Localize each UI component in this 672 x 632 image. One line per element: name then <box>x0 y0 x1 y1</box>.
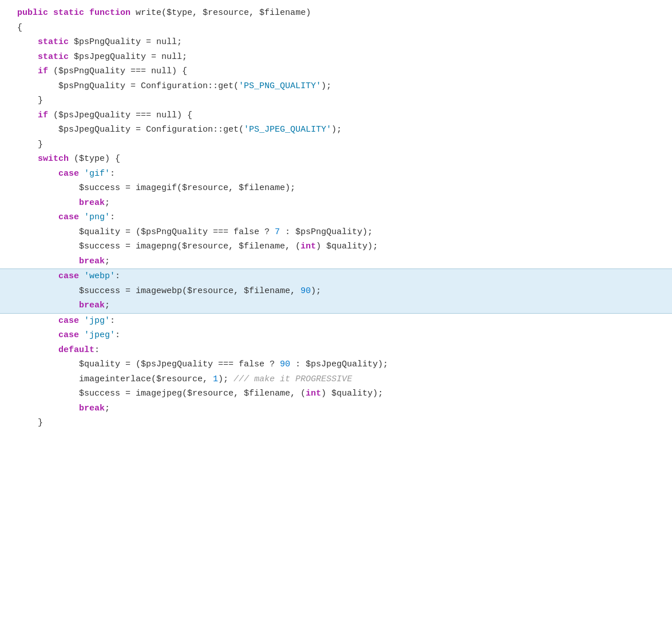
code-token: write($type, $resource, $filename) <box>131 8 311 18</box>
code-token <box>17 198 79 208</box>
code-line: $psPngQuality = Configuration::get('PS_P… <box>0 79 672 94</box>
code-token <box>17 212 58 222</box>
code-line: break; <box>0 196 672 211</box>
code-token: 7 <box>275 227 280 237</box>
code-token: break <box>79 198 105 208</box>
code-token: break <box>79 404 105 413</box>
code-token <box>79 316 84 326</box>
code-token: ($psJpegQuality === null) { <box>48 110 192 120</box>
code-token: $psPngQuality = Configuration::get( <box>17 81 239 91</box>
code-token: function <box>89 8 131 18</box>
code-token: break <box>79 301 105 310</box>
code-token: 'gif' <box>84 169 110 179</box>
code-token: } <box>17 140 43 149</box>
code-token: static <box>38 37 69 47</box>
code-token: 'png' <box>84 212 110 222</box>
code-token <box>17 271 58 281</box>
code-token: ; <box>105 301 110 310</box>
code-line: case 'jpeg': <box>0 328 672 343</box>
code-line: } <box>0 137 672 152</box>
code-line: static $psJpegQuality = null; <box>0 50 672 65</box>
code-line: static $psPngQuality = null; <box>0 35 672 50</box>
code-token <box>17 404 79 413</box>
code-token: $success = imagejpeg($resource, $filenam… <box>17 389 306 398</box>
code-token <box>79 212 84 222</box>
code-token: ; <box>105 256 110 266</box>
code-token: case <box>58 330 79 340</box>
code-token: ) $quality); <box>316 242 378 251</box>
code-token <box>17 301 79 310</box>
code-token: $psPngQuality = null; <box>69 37 182 47</box>
code-line: } <box>0 416 672 430</box>
code-container: public static function write($type, $res… <box>0 0 672 632</box>
code-line: break; <box>0 401 672 416</box>
code-token <box>17 316 58 326</box>
code-line: case 'webp': <box>0 269 672 284</box>
code-token: ); <box>321 81 331 91</box>
code-token: if <box>38 66 48 76</box>
code-token: public <box>17 8 48 18</box>
code-token: int <box>306 389 321 398</box>
code-token: case <box>58 271 79 281</box>
code-token <box>17 169 58 179</box>
code-line: $quality = ($psJpegQuality === false ? 9… <box>0 357 672 372</box>
code-token <box>17 66 38 76</box>
code-token: : $psJpegQuality); <box>290 360 388 369</box>
code-line: case 'jpg': <box>0 314 672 329</box>
code-token: case <box>58 212 79 222</box>
code-token: ); <box>311 286 321 296</box>
code-token: $psJpegQuality = Configuration::get( <box>17 125 244 135</box>
code-token: 90 <box>280 360 290 369</box>
code-line: if ($psJpegQuality === null) { <box>0 108 672 123</box>
code-token <box>17 345 58 355</box>
code-token: : <box>115 271 120 281</box>
code-token: default <box>58 345 94 355</box>
code-token <box>79 169 84 179</box>
code-token: case <box>58 169 79 179</box>
code-token: ); <box>218 374 234 384</box>
code-token: static <box>53 8 84 18</box>
code-token <box>84 8 89 18</box>
code-token: ) $quality); <box>321 389 383 398</box>
code-token: ($psPngQuality === null) { <box>48 66 187 76</box>
code-token <box>17 37 38 47</box>
code-token <box>79 271 84 281</box>
code-line: default: <box>0 343 672 358</box>
code-token: 'jpeg' <box>84 330 115 340</box>
code-token: : <box>115 330 120 340</box>
code-token: : $psPngQuality); <box>280 227 373 237</box>
code-line: $psJpegQuality = Configuration::get('PS_… <box>0 123 672 137</box>
code-token: 'jpg' <box>84 316 110 326</box>
code-token: $success = imagegif($resource, $filename… <box>17 183 295 193</box>
code-line: } <box>0 93 672 108</box>
code-line: imageinterlace($resource, 1); /// make i… <box>0 372 672 387</box>
code-line: if ($psPngQuality === null) { <box>0 64 672 79</box>
code-line: switch ($type) { <box>0 152 672 167</box>
code-token: break <box>79 256 105 266</box>
code-token <box>79 330 84 340</box>
code-token: /// make it PROGRESSIVE <box>234 374 352 384</box>
code-token: $success = imagewebp($resource, $filenam… <box>17 286 301 296</box>
code-token: $quality = ($psJpegQuality === false ? <box>17 360 280 369</box>
code-token: static <box>38 52 69 62</box>
code-token: 1 <box>213 374 218 384</box>
code-token: 90 <box>301 286 311 296</box>
code-token: ; <box>105 404 110 413</box>
code-token <box>48 8 53 18</box>
code-token: : <box>110 169 115 179</box>
code-line: public static function write($type, $res… <box>0 6 672 21</box>
code-line: $success = imagewebp($resource, $filenam… <box>0 284 672 299</box>
code-token <box>17 330 58 340</box>
code-line: $success = imagepng($resource, $filename… <box>0 239 672 254</box>
code-token: $quality = ($psPngQuality === false ? <box>17 227 275 237</box>
code-token: 'webp' <box>84 271 115 281</box>
code-token: $success = imagepng($resource, $filename… <box>17 242 301 251</box>
code-token: 'PS_JPEG_QUALITY' <box>244 125 331 135</box>
code-line: case 'png': <box>0 210 672 225</box>
code-block: public static function write($type, $res… <box>0 6 672 430</box>
code-token: : <box>110 316 115 326</box>
code-line: break; <box>0 254 672 269</box>
code-token: ; <box>105 198 110 208</box>
code-token: if <box>38 110 48 120</box>
code-token: ($type) { <box>69 154 120 164</box>
